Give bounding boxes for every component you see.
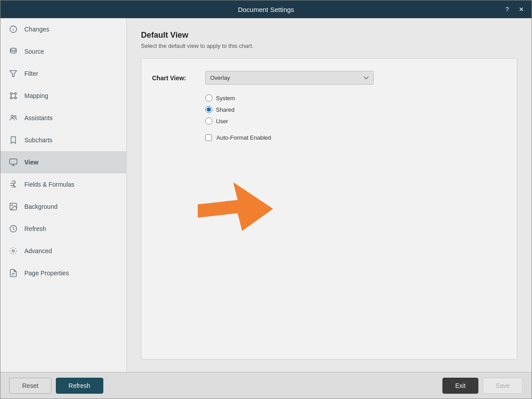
content-area: Default View Select the default view to … [127, 18, 532, 372]
sidebar-label-advanced: Advanced [24, 247, 52, 254]
clock-icon [8, 224, 18, 234]
settings-panel: Chart View: Overlay Side by Side Stacked… [141, 58, 517, 360]
sidebar-label-fields-formulas: Fields & Formulas [24, 181, 74, 188]
footer-left-buttons: Reset Refresh [9, 378, 103, 394]
sidebar-item-filter[interactable]: Filter [0, 63, 126, 85]
sidebar-label-page-properties: Page Properties [24, 270, 69, 277]
svg-point-7 [10, 97, 12, 99]
svg-point-8 [15, 97, 16, 99]
svg-point-3 [10, 48, 16, 51]
sidebar-label-filter: Filter [24, 70, 38, 77]
sidebar-label-changes: Changes [24, 26, 49, 33]
gear-icon [8, 246, 18, 256]
chart-view-select[interactable]: Overlay Side by Side Stacked [205, 71, 374, 85]
svg-point-13 [11, 115, 13, 117]
sidebar-label-mapping: Mapping [24, 92, 48, 99]
sidebar-label-assistants: Assistants [24, 114, 53, 121]
dialog-title: Document Settings [238, 6, 294, 13]
sidebar-label-subcharts: Subcharts [24, 137, 52, 144]
document-icon [8, 268, 18, 278]
formula-icon [8, 180, 18, 189]
svg-point-5 [10, 93, 12, 94]
svg-point-6 [15, 93, 16, 94]
titlebar: Document Settings ? ✕ [0, 0, 532, 18]
sidebar-item-source[interactable]: Source [0, 40, 126, 63]
mapping-icon [8, 91, 18, 101]
dialog-window: Document Settings ? ✕ Changes Source [0, 0, 532, 399]
svg-point-21 [12, 205, 12, 206]
svg-point-14 [14, 116, 16, 117]
sidebar-label-source: Source [24, 48, 44, 55]
radio-label-shared: Shared [216, 106, 235, 113]
assistants-icon [8, 113, 18, 123]
svg-rect-15 [10, 159, 17, 164]
sidebar-item-subcharts[interactable]: Subcharts [0, 129, 126, 151]
footer-right-buttons: Exit Save [442, 378, 523, 394]
footer: Reset Refresh Exit Save [0, 372, 532, 399]
main-content: Changes Source Filter Mapping [0, 18, 532, 372]
close-button[interactable]: ✕ [516, 4, 527, 15]
chart-view-label: Chart View: [152, 74, 196, 82]
exit-button[interactable]: Exit [442, 378, 478, 394]
svg-marker-4 [10, 70, 17, 76]
view-type-radio-group: System Shared User [205, 94, 506, 125]
radio-input-system[interactable] [205, 94, 212, 102]
sidebar: Changes Source Filter Mapping [0, 18, 127, 372]
sidebar-item-view[interactable]: View [0, 151, 126, 173]
sidebar-item-page-properties[interactable]: Page Properties [0, 262, 126, 284]
refresh-button[interactable]: Refresh [56, 378, 103, 394]
sidebar-item-changes[interactable]: Changes [0, 18, 126, 40]
reset-button[interactable]: Reset [9, 378, 51, 394]
radio-input-user[interactable] [205, 117, 212, 125]
sidebar-item-mapping[interactable]: Mapping [0, 85, 126, 107]
sidebar-item-fields-formulas[interactable]: Fields & Formulas [0, 173, 126, 196]
svg-point-23 [12, 250, 15, 252]
sidebar-label-refresh: Refresh [24, 225, 46, 232]
radio-label-system: System [216, 95, 235, 102]
sidebar-item-background[interactable]: Background [0, 196, 126, 218]
sidebar-item-refresh[interactable]: Refresh [0, 218, 126, 240]
sidebar-item-advanced[interactable]: Advanced [0, 240, 126, 262]
radio-input-shared[interactable] [205, 106, 212, 113]
chart-view-row: Chart View: Overlay Side by Side Stacked [152, 71, 506, 85]
info-circle-icon [8, 24, 18, 34]
sidebar-label-background: Background [24, 203, 58, 210]
monitor-icon [8, 157, 18, 167]
save-button: Save [483, 378, 523, 394]
bookmark-icon [8, 135, 18, 145]
database-icon [8, 47, 18, 56]
help-button[interactable]: ? [501, 4, 513, 15]
radio-user[interactable]: User [205, 117, 506, 125]
svg-point-2 [13, 27, 14, 28]
sidebar-item-assistants[interactable]: Assistants [0, 107, 126, 129]
radio-system[interactable]: System [205, 94, 506, 102]
radio-shared[interactable]: Shared [205, 106, 506, 113]
auto-format-row[interactable]: Auto-Format Enabled [205, 134, 506, 141]
auto-format-label: Auto-Format Enabled [216, 134, 271, 141]
radio-label-user: User [216, 118, 228, 125]
titlebar-controls: ? ✕ [501, 4, 527, 15]
sidebar-label-view: View [24, 159, 39, 166]
page-subtitle: Select the default view to apply to this… [141, 43, 517, 49]
auto-format-checkbox[interactable] [205, 134, 212, 141]
filter-icon [8, 69, 18, 78]
image-icon [8, 202, 18, 211]
page-title: Default View [141, 31, 517, 40]
